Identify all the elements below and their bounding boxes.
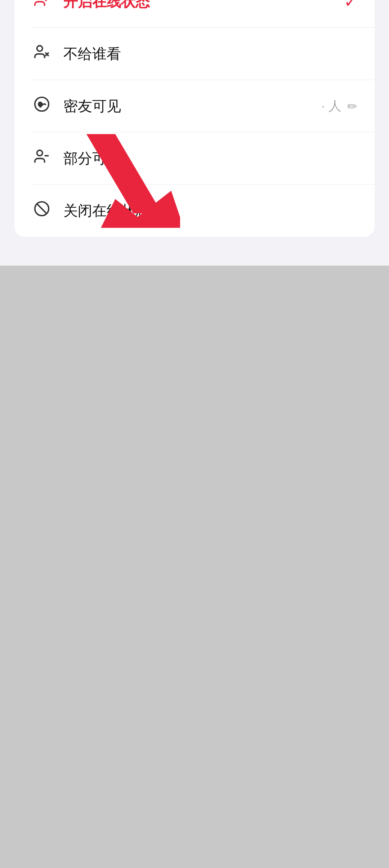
option-close-friends[interactable]: 密友可见 · 人 ✏ — [14, 80, 375, 132]
hide-from-label: 不给谁看 — [63, 44, 357, 64]
svg-point-5 — [37, 150, 43, 156]
circle-slash-icon — [32, 200, 52, 221]
enable-online-label: 开启在线状态 — [63, 0, 332, 12]
svg-line-8 — [37, 204, 46, 213]
option-partial-visible[interactable]: 部分可见 — [14, 132, 375, 185]
svg-point-1 — [37, 46, 43, 51]
bottom-sheet: ✕ 🐶 在线状态 开启后，互关朋友可以看到对方的在线状态，粉丝群 会展示在线人数… — [0, 0, 389, 266]
option-enable-online[interactable]: 开启在线状态 ✓ — [14, 0, 375, 28]
person-check-icon — [32, 0, 52, 12]
close-friends-count: · 人 ✏ — [321, 97, 357, 115]
options-card: 开启在线状态 ✓ 不给谁看 — [14, 0, 375, 237]
edit-icon: ✏ — [347, 99, 357, 114]
disable-online-label: 关闭在线状态 — [63, 201, 357, 221]
option-disable-online[interactable]: 关闭在线状态 — [14, 185, 375, 237]
heart-circle-icon — [32, 96, 52, 116]
check-icon: ✓ — [344, 0, 357, 11]
partial-visible-label: 部分可见 — [63, 149, 357, 168]
person-block-icon — [32, 44, 52, 64]
close-friends-label: 密友可见 — [63, 96, 310, 116]
option-hide-from[interactable]: 不给谁看 — [14, 28, 375, 80]
person-partial-icon — [32, 148, 52, 169]
